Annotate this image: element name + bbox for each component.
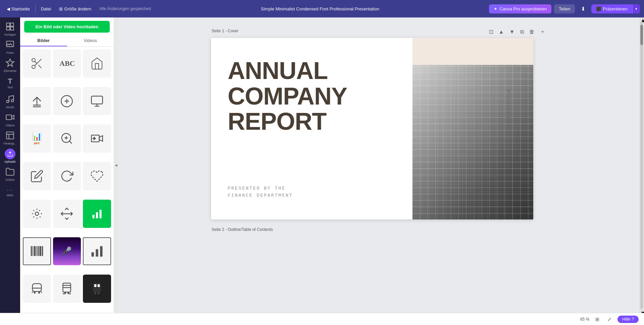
panel-item-zoom-add[interactable] xyxy=(53,124,81,153)
collapse-handle[interactable]: ◀ xyxy=(114,17,118,313)
panel-item-scissors[interactable] xyxy=(23,49,51,78)
sidebar-item-uploads[interactable]: Uploads xyxy=(1,147,19,165)
panel-item-concert[interactable]: 🎤 xyxy=(53,237,81,266)
panel-item-train1[interactable] xyxy=(23,275,51,303)
scrollbar-track[interactable] xyxy=(640,22,643,309)
svg-rect-48 xyxy=(32,284,41,291)
svg-rect-39 xyxy=(33,246,33,256)
present-dropdown-button[interactable]: ▾ xyxy=(632,4,640,13)
panel-item-powerpoint[interactable]: 📊 PPT xyxy=(23,124,51,153)
panel-item-alphabet[interactable]: ABC xyxy=(53,49,81,78)
panel-item-monitor[interactable] xyxy=(83,87,111,115)
panel-item-video-plus[interactable] xyxy=(83,124,111,153)
fotos-label: Fotos xyxy=(6,51,14,54)
panel-item-house[interactable] xyxy=(83,49,111,78)
present-group: ⬛ Präsentieren ▾ xyxy=(591,4,640,13)
panel-item-refresh[interactable] xyxy=(53,162,81,190)
panel-item-drag-drop[interactable] xyxy=(53,200,81,228)
slide-add-button[interactable]: ＋ xyxy=(539,28,547,36)
slide-2-label: Seite 2 - Outline/Table of Contents xyxy=(211,227,273,232)
sidebar-item-mehr[interactable]: ··· Mehr xyxy=(1,184,19,201)
slide-up-button[interactable]: ▲ xyxy=(497,28,505,36)
share-button[interactable]: Teilen xyxy=(554,4,575,13)
svg-rect-54 xyxy=(93,283,101,292)
sidebar-item-videos[interactable]: Videos xyxy=(1,111,19,128)
sidebar-item-vorlagen[interactable]: Vorlagen xyxy=(1,20,19,38)
panel-item-pencil[interactable] xyxy=(23,162,51,190)
sidebar-item-hintergrund[interactable]: Hintergr... xyxy=(1,129,19,147)
panel-item-barcode[interactable] xyxy=(23,237,51,266)
svg-rect-55 xyxy=(94,284,97,287)
saved-status: Alle Änderungen gespeichert xyxy=(99,6,151,11)
sidebar-item-ordner[interactable]: Ordner xyxy=(1,165,19,183)
elemente-label: Elemente xyxy=(4,69,16,73)
sidebar-item-text[interactable]: T Text xyxy=(1,75,19,92)
slide-copy-button[interactable]: ⧉ xyxy=(519,28,525,36)
scroll-up-arrow[interactable]: ▲ xyxy=(640,17,643,20)
right-scrollbar[interactable]: ▲ ▼ xyxy=(639,17,644,313)
svg-rect-3 xyxy=(10,27,13,30)
panel-item-chart-green[interactable] xyxy=(83,200,111,228)
svg-rect-56 xyxy=(98,284,100,287)
svg-rect-10 xyxy=(7,132,14,139)
separator xyxy=(35,5,36,13)
sidebar-item-elemente[interactable]: Elemente xyxy=(1,56,19,74)
slide-expand-button[interactable]: ⊡ xyxy=(488,28,495,36)
svg-rect-43 xyxy=(39,246,41,256)
svg-point-15 xyxy=(32,65,35,69)
svg-text:ABC: ABC xyxy=(60,59,75,67)
scroll-down-arrow[interactable]: ▼ xyxy=(640,310,643,313)
svg-rect-36 xyxy=(96,212,98,218)
home-button[interactable]: ◀ Startseite xyxy=(4,5,33,13)
panel-item-chart-white[interactable] xyxy=(83,237,111,266)
slide-1-controls: Seite 1 - Cover ⊡ ▲ ▼ ⧉ 🗑 ＋ xyxy=(211,28,547,36)
slide-vertical-company-text: Winslough Advertising Solutions xyxy=(507,89,510,168)
sidebar-item-fotos[interactable]: Fotos xyxy=(1,38,19,56)
home-label: Startseite xyxy=(11,6,30,11)
upload-button-label: Ein Bild oder Video hochladen xyxy=(36,24,99,29)
tab-videos[interactable]: Videos xyxy=(67,35,114,46)
mehr-icon: ··· xyxy=(7,188,13,193)
panel-item-tram[interactable] xyxy=(53,275,81,303)
svg-rect-2 xyxy=(7,27,10,30)
present-button[interactable]: ⬛ Präsentieren xyxy=(591,4,632,13)
videos-label: Videos xyxy=(5,124,14,127)
help-button[interactable]: Hilfe ? xyxy=(617,316,639,323)
panel-item-subway[interactable] xyxy=(83,275,111,303)
mehr-label: Mehr xyxy=(7,194,14,197)
slide-1-canvas[interactable]: ANNUAL COMPANY REPORT PRESENTED BY THEFI… xyxy=(211,38,533,219)
fullscreen-button[interactable]: ⤢ xyxy=(605,316,613,323)
svg-rect-22 xyxy=(91,96,102,104)
upload-button[interactable]: Ein Bild oder Video hochladen xyxy=(24,21,110,33)
hintergrund-icon xyxy=(5,131,15,141)
topbar: ◀ Startseite Datei ⊞ Größe ändern Alle Ä… xyxy=(0,0,644,17)
sidebar-item-musik[interactable]: Musik xyxy=(1,93,19,110)
download-button[interactable]: ⬇ xyxy=(578,4,589,14)
present-arrow-icon: ▾ xyxy=(635,7,637,11)
svg-rect-0 xyxy=(7,23,10,26)
canvapro-button[interactable]: ✦ Canva Pro ausprobieren xyxy=(489,4,551,13)
star-icon: ✦ xyxy=(494,6,497,11)
grid-view-button[interactable]: ⊞ xyxy=(593,316,601,323)
tab-bilder[interactable]: Bilder xyxy=(20,35,67,46)
svg-point-53 xyxy=(68,293,69,294)
svg-point-57 xyxy=(95,292,96,294)
scrollbar-thumb[interactable] xyxy=(640,25,643,45)
title-line-2: COMPANY xyxy=(228,84,396,109)
slide-down-button[interactable]: ▼ xyxy=(508,28,516,36)
present-label: Präsentieren xyxy=(603,6,628,11)
svg-point-58 xyxy=(98,292,100,294)
back-arrow-icon: ◀ xyxy=(7,6,10,11)
file-button[interactable]: Datei xyxy=(38,5,54,13)
slide-subtitle[interactable]: PRESENTED BY THEFINANCE DEPARTMENT xyxy=(228,185,396,199)
zoom-level: 65 % xyxy=(580,317,589,322)
svg-point-14 xyxy=(32,58,35,62)
resize-button[interactable]: ⊞ Größe ändern xyxy=(56,5,94,13)
panel-item-upload-arrow[interactable] xyxy=(23,87,51,115)
panel-item-heart-dashed[interactable] xyxy=(83,162,111,190)
panel-item-add-circle[interactable] xyxy=(53,87,81,115)
slide-main-title[interactable]: ANNUAL COMPANY REPORT xyxy=(228,58,396,134)
panel-item-telescope[interactable] xyxy=(23,200,51,228)
hintergrund-label: Hintergr... xyxy=(3,142,16,145)
slide-delete-button[interactable]: 🗑 xyxy=(528,28,536,36)
